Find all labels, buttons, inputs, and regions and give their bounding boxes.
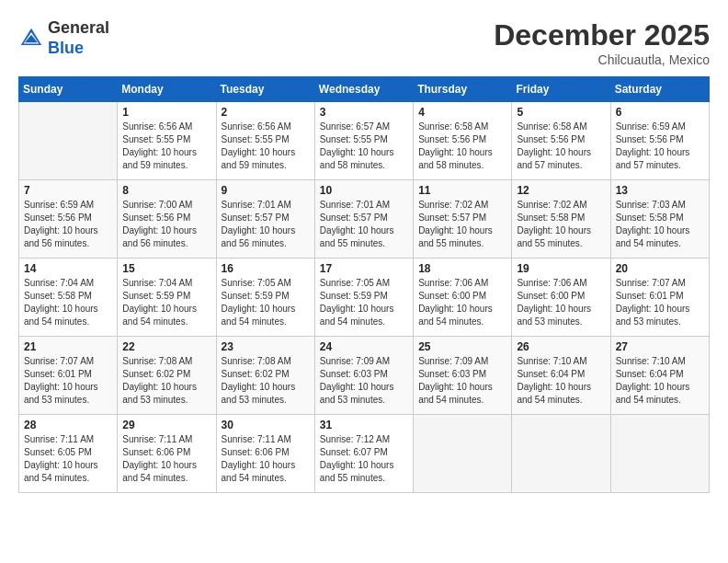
day-number: 11 <box>418 184 506 197</box>
calendar-cell: 26Sunrise: 7:10 AM Sunset: 6:04 PM Dayli… <box>512 337 610 415</box>
calendar-cell <box>610 415 709 493</box>
day-info: Sunrise: 7:08 AM Sunset: 6:02 PM Dayligh… <box>222 355 310 407</box>
day-info: Sunrise: 7:02 AM Sunset: 5:58 PM Dayligh… <box>517 199 605 250</box>
page-header: General Blue December 2025 Chilcuautla, … <box>18 18 710 67</box>
day-number: 20 <box>616 262 704 275</box>
day-number: 8 <box>122 184 210 197</box>
day-info: Sunrise: 7:05 AM Sunset: 5:59 PM Dayligh… <box>222 277 310 328</box>
calendar-cell: 14Sunrise: 7:04 AM Sunset: 5:58 PM Dayli… <box>19 259 118 337</box>
day-info: Sunrise: 7:03 AM Sunset: 5:58 PM Dayligh… <box>616 199 704 250</box>
day-number: 22 <box>122 340 210 353</box>
day-number: 25 <box>418 340 506 353</box>
calendar-cell: 29Sunrise: 7:11 AM Sunset: 6:06 PM Dayli… <box>118 415 216 493</box>
day-info: Sunrise: 7:11 AM Sunset: 6:06 PM Dayligh… <box>222 433 310 485</box>
calendar-cell: 23Sunrise: 7:08 AM Sunset: 6:02 PM Dayli… <box>216 337 314 415</box>
day-info: Sunrise: 7:02 AM Sunset: 5:57 PM Dayligh… <box>418 199 506 250</box>
calendar-cell: 28Sunrise: 7:11 AM Sunset: 6:05 PM Dayli… <box>19 415 118 493</box>
logo: General Blue <box>18 18 109 58</box>
calendar-cell: 22Sunrise: 7:08 AM Sunset: 6:02 PM Dayli… <box>118 337 216 415</box>
day-number: 3 <box>320 106 408 119</box>
calendar-cell: 21Sunrise: 7:07 AM Sunset: 6:01 PM Dayli… <box>19 337 118 415</box>
day-number: 26 <box>517 340 605 353</box>
day-number: 2 <box>222 106 310 119</box>
weekday-header-row: SundayMondayTuesdayWednesdayThursdayFrid… <box>19 77 710 102</box>
day-number: 27 <box>616 340 704 353</box>
day-info: Sunrise: 7:09 AM Sunset: 6:03 PM Dayligh… <box>320 355 408 407</box>
day-info: Sunrise: 7:11 AM Sunset: 6:06 PM Dayligh… <box>122 433 210 485</box>
calendar-cell: 3Sunrise: 6:57 AM Sunset: 5:55 PM Daylig… <box>314 102 413 180</box>
title-block: December 2025 Chilcuautla, Mexico <box>494 18 710 67</box>
day-number: 6 <box>616 106 704 119</box>
weekday-header-tuesday: Tuesday <box>216 77 314 102</box>
day-number: 9 <box>222 184 310 197</box>
day-number: 13 <box>616 184 704 197</box>
day-info: Sunrise: 7:08 AM Sunset: 6:02 PM Dayligh… <box>122 355 210 407</box>
day-info: Sunrise: 6:59 AM Sunset: 5:56 PM Dayligh… <box>616 121 704 172</box>
calendar-cell: 27Sunrise: 7:10 AM Sunset: 6:04 PM Dayli… <box>610 337 709 415</box>
day-info: Sunrise: 7:01 AM Sunset: 5:57 PM Dayligh… <box>320 199 408 250</box>
logo-icon <box>18 26 44 52</box>
calendar-cell: 20Sunrise: 7:07 AM Sunset: 6:01 PM Dayli… <box>610 259 709 337</box>
day-info: Sunrise: 7:05 AM Sunset: 5:59 PM Dayligh… <box>320 277 408 328</box>
day-info: Sunrise: 7:04 AM Sunset: 5:59 PM Dayligh… <box>122 277 210 328</box>
day-info: Sunrise: 7:07 AM Sunset: 6:01 PM Dayligh… <box>616 277 704 328</box>
day-info: Sunrise: 7:11 AM Sunset: 6:05 PM Dayligh… <box>24 433 112 485</box>
calendar-week-5: 28Sunrise: 7:11 AM Sunset: 6:05 PM Dayli… <box>19 415 710 493</box>
location-subtitle: Chilcuautla, Mexico <box>494 52 710 67</box>
day-number: 15 <box>122 262 210 275</box>
weekday-header-saturday: Saturday <box>610 77 709 102</box>
calendar-cell: 9Sunrise: 7:01 AM Sunset: 5:57 PM Daylig… <box>216 180 314 259</box>
day-number: 23 <box>222 340 310 353</box>
day-number: 28 <box>24 419 112 431</box>
logo-text: General Blue <box>48 18 109 58</box>
day-number: 16 <box>222 262 310 275</box>
day-info: Sunrise: 7:04 AM Sunset: 5:58 PM Dayligh… <box>24 277 112 328</box>
calendar-cell: 25Sunrise: 7:09 AM Sunset: 6:03 PM Dayli… <box>414 337 512 415</box>
calendar-cell: 13Sunrise: 7:03 AM Sunset: 5:58 PM Dayli… <box>610 180 709 259</box>
day-info: Sunrise: 6:58 AM Sunset: 5:56 PM Dayligh… <box>517 121 605 172</box>
day-info: Sunrise: 7:10 AM Sunset: 6:04 PM Dayligh… <box>616 355 704 407</box>
day-number: 21 <box>24 340 112 353</box>
calendar-week-1: 1Sunrise: 6:56 AM Sunset: 5:55 PM Daylig… <box>19 102 710 180</box>
day-info: Sunrise: 7:01 AM Sunset: 5:57 PM Dayligh… <box>222 199 310 250</box>
day-info: Sunrise: 7:06 AM Sunset: 6:00 PM Dayligh… <box>418 277 506 328</box>
weekday-header-monday: Monday <box>118 77 216 102</box>
calendar-cell: 6Sunrise: 6:59 AM Sunset: 5:56 PM Daylig… <box>610 102 709 180</box>
calendar-cell: 17Sunrise: 7:05 AM Sunset: 5:59 PM Dayli… <box>314 259 413 337</box>
calendar-cell: 18Sunrise: 7:06 AM Sunset: 6:00 PM Dayli… <box>414 259 512 337</box>
day-number: 5 <box>517 106 605 119</box>
day-number: 14 <box>24 262 112 275</box>
day-info: Sunrise: 6:57 AM Sunset: 5:55 PM Dayligh… <box>320 121 408 172</box>
day-info: Sunrise: 6:58 AM Sunset: 5:56 PM Dayligh… <box>418 121 506 172</box>
calendar-cell: 10Sunrise: 7:01 AM Sunset: 5:57 PM Dayli… <box>314 180 413 259</box>
calendar-cell <box>414 415 512 493</box>
calendar-cell: 7Sunrise: 6:59 AM Sunset: 5:56 PM Daylig… <box>19 180 118 259</box>
day-number: 30 <box>222 419 310 431</box>
calendar-cell: 11Sunrise: 7:02 AM Sunset: 5:57 PM Dayli… <box>414 180 512 259</box>
weekday-header-wednesday: Wednesday <box>314 77 413 102</box>
calendar-cell: 2Sunrise: 6:56 AM Sunset: 5:55 PM Daylig… <box>216 102 314 180</box>
weekday-header-friday: Friday <box>512 77 610 102</box>
day-number: 7 <box>24 184 112 197</box>
calendar-cell: 24Sunrise: 7:09 AM Sunset: 6:03 PM Dayli… <box>314 337 413 415</box>
day-number: 10 <box>320 184 408 197</box>
weekday-header-thursday: Thursday <box>414 77 512 102</box>
day-number: 29 <box>122 419 210 431</box>
calendar-cell: 4Sunrise: 6:58 AM Sunset: 5:56 PM Daylig… <box>414 102 512 180</box>
calendar-table: SundayMondayTuesdayWednesdayThursdayFrid… <box>18 76 710 493</box>
day-info: Sunrise: 6:59 AM Sunset: 5:56 PM Dayligh… <box>24 199 112 250</box>
calendar-cell: 16Sunrise: 7:05 AM Sunset: 5:59 PM Dayli… <box>216 259 314 337</box>
calendar-week-4: 21Sunrise: 7:07 AM Sunset: 6:01 PM Dayli… <box>19 337 710 415</box>
calendar-cell <box>512 415 610 493</box>
day-info: Sunrise: 6:56 AM Sunset: 5:55 PM Dayligh… <box>122 121 210 172</box>
day-number: 1 <box>122 106 210 119</box>
month-title: December 2025 <box>494 18 710 52</box>
weekday-header-sunday: Sunday <box>19 77 118 102</box>
day-info: Sunrise: 6:56 AM Sunset: 5:55 PM Dayligh… <box>222 121 310 172</box>
calendar-cell: 12Sunrise: 7:02 AM Sunset: 5:58 PM Dayli… <box>512 180 610 259</box>
calendar-cell: 15Sunrise: 7:04 AM Sunset: 5:59 PM Dayli… <box>118 259 216 337</box>
day-info: Sunrise: 7:00 AM Sunset: 5:56 PM Dayligh… <box>122 199 210 250</box>
day-info: Sunrise: 7:06 AM Sunset: 6:00 PM Dayligh… <box>517 277 605 328</box>
day-number: 12 <box>517 184 605 197</box>
calendar-cell: 30Sunrise: 7:11 AM Sunset: 6:06 PM Dayli… <box>216 415 314 493</box>
